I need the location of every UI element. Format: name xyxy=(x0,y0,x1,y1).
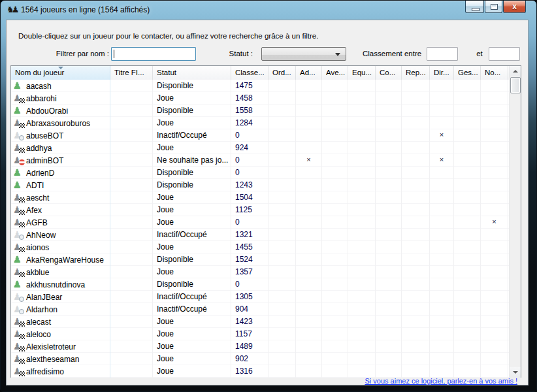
ges-cell xyxy=(454,167,481,179)
titre-cell xyxy=(110,80,153,92)
column-header-co[interactable]: Co... xyxy=(376,66,402,80)
player-name-cell: ♟Alexisletroteur xyxy=(11,340,110,353)
table-row[interactable]: ♟AldarhonInactif/Occupé904 xyxy=(11,303,510,316)
ave-cell xyxy=(322,191,348,204)
table-row[interactable]: ♟AkaRengaWareHouseDisponible1524 xyxy=(11,253,510,266)
co-cell xyxy=(376,353,402,365)
table-row[interactable]: ♟AlanJBearInactif/Occupé1305 xyxy=(11,291,510,303)
table-body: ♟aacashDisponible1475♟abbarohiJoue1458♟A… xyxy=(11,80,510,378)
ges-cell xyxy=(454,117,481,129)
maximize-button[interactable] xyxy=(485,1,502,13)
and-label: et xyxy=(473,50,486,57)
rating-cell: 0 xyxy=(231,129,268,142)
table-row[interactable]: ♟AlexisletroteurJoue1489 xyxy=(11,340,510,353)
ord-cell xyxy=(268,229,296,241)
table-row[interactable]: ♟addhyaJoue924 xyxy=(11,142,510,154)
ord-cell xyxy=(268,353,296,365)
dir-cell xyxy=(430,92,454,105)
share-link[interactable]: Si vous aimez ce logiciel, parlez-en à v… xyxy=(365,377,517,385)
column-header-ord[interactable]: Ord... xyxy=(268,66,296,80)
co-cell xyxy=(376,204,402,216)
table-row[interactable]: ♟alextheseamanJoue902 xyxy=(11,353,510,365)
table-row[interactable]: ♟adminBOTNe souhaite pas jo...0×× xyxy=(11,154,510,167)
dir-cell xyxy=(430,142,454,154)
table-row[interactable]: ♟akkhusnutdinovaDisponible0 xyxy=(11,278,510,291)
pawn-chessboard-icon: ♟ xyxy=(13,329,24,340)
table-row[interactable]: ♟AhNeowInactif/Occupé1321 xyxy=(11,229,510,241)
status-dropdown[interactable] xyxy=(261,47,346,61)
equ-cell xyxy=(348,216,376,229)
ord-cell xyxy=(268,278,296,291)
no-cell xyxy=(481,353,508,365)
column-header-ad[interactable]: Ad... xyxy=(296,66,322,80)
player-name-cell: ♟AGFB xyxy=(11,216,110,229)
dir-cell xyxy=(430,353,454,365)
column-header-ave[interactable]: Ave... xyxy=(322,66,348,80)
table-row[interactable]: ♟AbdouOrabiDisponible1558 xyxy=(11,105,510,117)
co-cell xyxy=(376,92,402,105)
rating-min-input[interactable] xyxy=(427,47,458,61)
ord-cell xyxy=(268,303,296,316)
green-pawn-icon: ♟ xyxy=(13,280,24,290)
column-header-titre[interactable]: Titre FI... xyxy=(110,66,153,80)
rating-max-input[interactable] xyxy=(489,47,520,61)
window-title: 1564 joueurs en ligne (1564 affichés) xyxy=(21,5,150,14)
player-name-cell: ♟AdrienD xyxy=(11,167,110,179)
table-row[interactable]: ♟AfexJoue1125 xyxy=(11,204,510,216)
dir-cell xyxy=(430,179,454,191)
table-row[interactable]: ♟alecastJoue1423 xyxy=(11,316,510,328)
co-cell xyxy=(376,278,402,291)
ad-cell xyxy=(296,167,322,179)
close-button[interactable]: x xyxy=(503,1,526,13)
minimize-button[interactable] xyxy=(465,1,484,13)
equ-cell xyxy=(348,117,376,129)
column-header-no[interactable]: No... xyxy=(481,66,508,80)
titlebar[interactable]: ♞♟ 1564 joueurs en ligne (1564 affichés)… xyxy=(1,1,536,20)
table-row[interactable]: ♟aeschtJoue1504 xyxy=(11,191,510,204)
table-row[interactable]: ♟AdrienDDisponible0 xyxy=(11,167,510,179)
column-header-statut[interactable]: Statut xyxy=(153,66,231,80)
scroll-down-button[interactable] xyxy=(510,367,521,378)
column-header-ges[interactable]: Ges... xyxy=(454,66,481,80)
table-row[interactable]: ♟abbarohiJoue1458 xyxy=(11,92,510,105)
ave-cell xyxy=(322,353,348,365)
column-header-classement[interactable]: Classe... xyxy=(231,66,268,80)
ges-cell xyxy=(454,353,481,365)
pawn-no-entry-icon: ♟ xyxy=(13,155,24,166)
table-row[interactable]: ♟akblueJoue1357 xyxy=(11,266,510,278)
table-row[interactable]: ♟aionosJoue1455 xyxy=(11,241,510,253)
rating-cell: 1423 xyxy=(231,316,268,328)
table-row[interactable]: ♟aacashDisponible1475 xyxy=(11,80,510,92)
table-row[interactable]: ♟AGFBJoue0× xyxy=(11,216,510,229)
equ-cell xyxy=(348,328,376,340)
table-row[interactable]: ♟AbraxasouroburosJoue1284 xyxy=(11,117,510,129)
table-row[interactable]: ♟alelocoJoue1157 xyxy=(11,328,510,340)
equ-cell xyxy=(348,105,376,117)
rating-range-label: Classement entre xyxy=(363,50,420,57)
ad-cell xyxy=(296,179,322,191)
player-name: Alexisletroteur xyxy=(26,342,76,351)
table-row[interactable]: ♟abuseBOTInactif/Occupé0× xyxy=(11,129,510,142)
status-cell: Joue xyxy=(153,266,231,278)
scroll-up-button[interactable] xyxy=(510,66,521,76)
no-cell xyxy=(481,229,508,241)
column-header-rep[interactable]: Rep... xyxy=(402,66,430,80)
co-cell xyxy=(376,80,402,92)
player-name-cell: ♟aacash xyxy=(11,80,110,92)
vertical-scrollbar[interactable] xyxy=(509,66,521,378)
no-cell xyxy=(481,80,508,92)
ges-cell xyxy=(454,216,481,229)
player-name: ADTI xyxy=(26,181,44,190)
table-row[interactable]: ♟ADTIDisponible1243 xyxy=(11,179,510,191)
column-header-equ[interactable]: Equ... xyxy=(348,66,376,80)
rating-cell: 1243 xyxy=(231,179,268,191)
scrollbar-thumb[interactable] xyxy=(510,77,521,93)
titre-cell xyxy=(110,278,153,291)
ad-cell xyxy=(296,191,322,204)
filter-name-input[interactable] xyxy=(111,47,196,61)
table-row[interactable]: ♟alfredisimoJoue1316 xyxy=(11,365,510,378)
column-header-name[interactable]: Nom du joueur xyxy=(11,66,110,80)
column-header-dir[interactable]: Dir... xyxy=(430,66,454,80)
filter-name-label: Filtrer par nom : xyxy=(13,50,109,57)
titre-cell xyxy=(110,129,153,142)
